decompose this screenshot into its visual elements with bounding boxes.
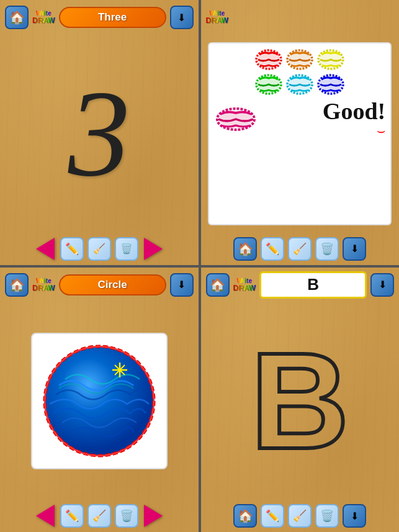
- trash-button-p1[interactable]: 🗑️: [115, 237, 138, 261]
- logo-draw-p2: DRAW: [206, 17, 229, 24]
- logo-write-p3: Write: [36, 278, 52, 284]
- eraser-button-p1[interactable]: 🧹: [87, 237, 111, 261]
- home-button-p1[interactable]: 🏠: [5, 6, 29, 29]
- home-button-p4[interactable]: 🏠: [206, 273, 230, 297]
- bottombar-p4: 🏠 ✏️ 🧹 🗑️ ⬇: [201, 500, 400, 532]
- swatch-orange: [285, 48, 314, 71]
- title-badge-p1: Three: [59, 7, 166, 28]
- eraser-icon-p4: 🧹: [293, 509, 307, 523]
- next-button-p3[interactable]: [142, 505, 164, 527]
- good-text: Good!: [261, 99, 385, 123]
- home-icon-p3: 🏠: [9, 277, 25, 292]
- pencil-button-p4[interactable]: ✏️: [261, 504, 284, 528]
- swatch-yellow: [316, 48, 345, 71]
- download-button-p1[interactable]: ⬇: [170, 6, 194, 29]
- prev-button-p1[interactable]: [34, 238, 56, 260]
- svg-point-1: [258, 52, 280, 68]
- trash-icon-p2: 🗑️: [320, 242, 334, 256]
- content-area-p2[interactable]: Good! ⌣: [201, 35, 400, 233]
- pencil-icon-p1: ✏️: [65, 242, 79, 256]
- logo-p4: Write DRAW: [233, 278, 256, 292]
- panel-number-three: 🏠 Write DRAW Three ⬇ 3 ✏️ 🧹: [0, 0, 199, 265]
- download-button-p4b[interactable]: ⬇: [343, 504, 366, 528]
- whiteboard: Good! ⌣: [208, 42, 392, 225]
- pencil-button-p1[interactable]: ✏️: [60, 237, 84, 261]
- logo-p3: Write DRAW: [32, 278, 55, 292]
- eraser-button-p3[interactable]: 🧹: [87, 504, 111, 528]
- topbar-panel3: 🏠 Write DRAW Circle ⬇: [0, 268, 199, 302]
- circle-drawing: [31, 333, 168, 469]
- svg-point-5: [320, 52, 342, 68]
- title-badge-p3: Circle: [59, 274, 166, 295]
- download-button-p2[interactable]: ⬇: [343, 237, 366, 261]
- download-icon-p2: ⬇: [351, 243, 359, 255]
- good-row: Good! ⌣: [214, 99, 385, 139]
- topbar-panel2: Write DRAW: [201, 0, 400, 35]
- swatch-green: [254, 73, 283, 96]
- smiley-face: ⌣: [261, 123, 385, 139]
- home-button-p2[interactable]: 🏠: [233, 237, 257, 261]
- home-button-p4b[interactable]: 🏠: [233, 504, 257, 528]
- download-icon-p4b: ⬇: [351, 510, 359, 522]
- pencil-icon-p4: ✏️: [266, 509, 279, 523]
- svg-point-13: [219, 110, 253, 128]
- download-button-p4[interactable]: ⬇: [370, 273, 394, 297]
- trash-button-p4[interactable]: 🗑️: [315, 504, 339, 528]
- svg-point-9: [289, 76, 311, 92]
- arrow-left-icon-p1: [36, 238, 55, 260]
- logo-p2: Write DRAW: [206, 11, 229, 24]
- eraser-icon-p2: 🧹: [293, 242, 307, 256]
- number-display: 3: [68, 71, 130, 196]
- download-button-p3[interactable]: ⬇: [170, 273, 194, 297]
- trash-button-p3[interactable]: 🗑️: [115, 504, 138, 528]
- pencil-icon-p3: ✏️: [65, 509, 79, 523]
- bottombar-p3: ✏️ 🧹 🗑️: [0, 500, 199, 532]
- content-area-p1[interactable]: 3: [0, 35, 199, 233]
- pencil-icon-p2: ✏️: [266, 242, 279, 256]
- home-icon-p1: 🏠: [9, 10, 25, 25]
- pencil-button-p2[interactable]: ✏️: [261, 237, 284, 261]
- svg-point-3: [289, 52, 311, 68]
- home-button-p3[interactable]: 🏠: [5, 273, 29, 297]
- swatches-row1: [214, 48, 385, 71]
- topbar-panel4: 🏠 Write DRAW B ⬇: [201, 268, 400, 302]
- arrow-left-icon-p3: [36, 505, 55, 527]
- svg-point-7: [258, 76, 280, 92]
- next-button-p1[interactable]: [142, 238, 164, 260]
- swatch-red: [254, 48, 283, 71]
- download-icon-p3: ⬇: [177, 279, 186, 291]
- logo-p1: Write DRAW: [32, 11, 55, 24]
- panel-letter-b: 🏠 Write DRAW B ⬇ B 🏠 ✏️ 🧹: [201, 268, 400, 533]
- eraser-icon-p3: 🧹: [92, 509, 106, 523]
- trash-icon-p3: 🗑️: [120, 509, 133, 523]
- pencil-button-p3[interactable]: ✏️: [60, 504, 84, 528]
- trash-button-p2[interactable]: 🗑️: [315, 237, 339, 261]
- globe-svg: [34, 336, 164, 466]
- panel-circle: 🏠 Write DRAW Circle ⬇: [0, 268, 199, 533]
- panel-colors: Write DRAW: [201, 0, 400, 265]
- good-text-area: Good! ⌣: [261, 99, 385, 139]
- eraser-button-p4[interactable]: 🧹: [288, 504, 312, 528]
- letter-display: B: [251, 333, 349, 469]
- bottombar-p1: ✏️ 🧹 🗑️: [0, 233, 199, 265]
- swatch-magenta: [214, 107, 258, 132]
- content-area-p3[interactable]: [0, 302, 199, 500]
- logo-write-p4: Write: [236, 278, 252, 284]
- swatch-blue: [316, 73, 345, 96]
- content-area-p4[interactable]: B: [201, 302, 400, 500]
- logo-draw-p1: DRAW: [32, 17, 55, 24]
- home-icon-p4: 🏠: [210, 277, 225, 292]
- arrow-right-icon-p1: [144, 238, 163, 260]
- eraser-icon-p1: 🧹: [93, 243, 105, 255]
- prev-button-p3[interactable]: [34, 505, 56, 527]
- eraser-button-p2[interactable]: 🧹: [288, 237, 312, 261]
- trash-icon-p4: 🗑️: [320, 509, 334, 523]
- arrow-right-icon-p3: [144, 505, 163, 527]
- home-icon-p2: 🏠: [238, 241, 253, 256]
- swatch-cyan: [285, 73, 314, 96]
- logo-draw-p3: DRAW: [32, 284, 55, 292]
- bottombar-p2: 🏠 ✏️ 🧹 🗑️ ⬇: [201, 233, 400, 265]
- logo-draw-p4: DRAW: [233, 284, 256, 292]
- app-grid: 🏠 Write DRAW Three ⬇ 3 ✏️ 🧹: [0, 0, 399, 532]
- swatches-row2: [214, 73, 385, 96]
